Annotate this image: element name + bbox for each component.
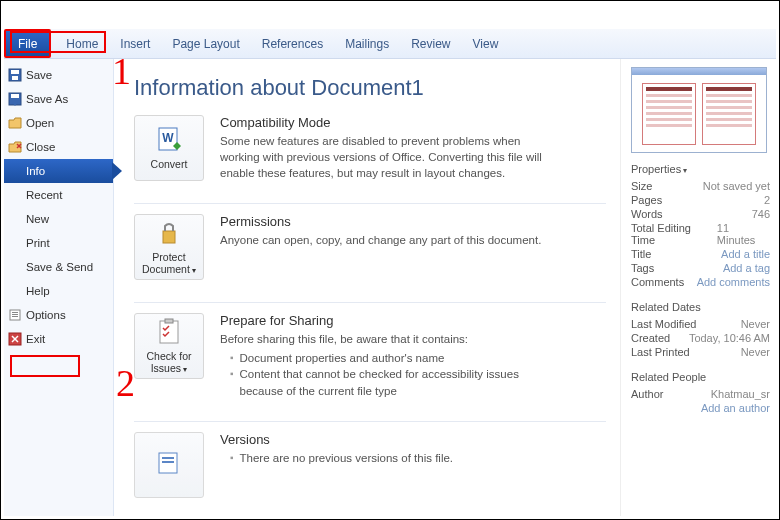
properties-header[interactable]: Properties bbox=[631, 163, 770, 175]
compatibility-body: Some new features are disabled to preven… bbox=[220, 133, 550, 181]
options-icon bbox=[8, 308, 22, 322]
tab-review[interactable]: Review bbox=[400, 29, 461, 58]
section-prepare-sharing: Check for Issues Prepare for Sharing Bef… bbox=[134, 313, 606, 398]
check-for-issues-button[interactable]: Check for Issues bbox=[134, 313, 204, 379]
sidebar-item-exit[interactable]: Exit bbox=[4, 327, 113, 351]
section-permissions: Protect Document Permissions Anyone can … bbox=[134, 214, 606, 280]
exit-icon bbox=[8, 332, 22, 346]
sharing-intro: Before sharing this file, be aware that … bbox=[220, 331, 550, 347]
sidebar-item-open[interactable]: Open bbox=[4, 111, 113, 135]
lock-icon bbox=[155, 219, 183, 247]
author-name: Khatmau_sr bbox=[711, 388, 770, 400]
sidebar-item-save-send[interactable]: Save & Send bbox=[4, 255, 113, 279]
convert-button[interactable]: W Convert bbox=[134, 115, 204, 181]
svg-rect-8 bbox=[12, 312, 18, 313]
save-as-icon bbox=[8, 92, 22, 106]
sidebar-item-info[interactable]: Info bbox=[4, 159, 113, 183]
add-title-link[interactable]: Add a title bbox=[721, 248, 770, 260]
related-people-heading: Related People bbox=[631, 371, 770, 383]
tab-view[interactable]: View bbox=[462, 29, 510, 58]
permissions-body: Anyone can open, copy, and change any pa… bbox=[220, 232, 550, 248]
svg-rect-10 bbox=[12, 316, 18, 317]
checklist-icon bbox=[155, 318, 183, 346]
ribbon: File Home Insert Page Layout References … bbox=[4, 29, 776, 59]
sidebar-item-save[interactable]: Save bbox=[4, 63, 113, 87]
properties-list: SizeNot saved yet Pages2 Words746 Total … bbox=[631, 179, 770, 289]
compatibility-heading: Compatibility Mode bbox=[220, 115, 606, 130]
svg-rect-2 bbox=[12, 76, 18, 80]
sidebar-item-close[interactable]: Close bbox=[4, 135, 113, 159]
save-icon bbox=[8, 68, 22, 82]
sharing-heading: Prepare for Sharing bbox=[220, 313, 606, 328]
sidebar-item-print[interactable]: Print bbox=[4, 231, 113, 255]
sidebar-item-recent[interactable]: Recent bbox=[4, 183, 113, 207]
svg-rect-18 bbox=[165, 319, 173, 323]
sidebar-item-save-as[interactable]: Save As bbox=[4, 87, 113, 111]
sidebar-item-options[interactable]: Options bbox=[4, 303, 113, 327]
page-title: Information about Document1 bbox=[134, 75, 606, 101]
svg-rect-16 bbox=[163, 231, 175, 243]
word-doc-icon: W bbox=[155, 126, 183, 154]
open-icon bbox=[8, 116, 22, 130]
svg-text:W: W bbox=[162, 131, 174, 145]
sharing-li-2: Content that cannot be checked for acces… bbox=[240, 366, 550, 398]
sidebar-item-new[interactable]: New bbox=[4, 207, 113, 231]
add-tag-link[interactable]: Add a tag bbox=[723, 262, 770, 274]
manage-versions-button[interactable] bbox=[134, 432, 204, 498]
tab-references[interactable]: References bbox=[251, 29, 334, 58]
tab-file-label: File bbox=[18, 37, 37, 51]
add-author-link[interactable]: Add an author bbox=[701, 402, 770, 414]
tab-mailings[interactable]: Mailings bbox=[334, 29, 400, 58]
annotation-highlight-options bbox=[10, 355, 80, 377]
svg-rect-4 bbox=[11, 94, 19, 98]
permissions-heading: Permissions bbox=[220, 214, 606, 229]
related-dates-heading: Related Dates bbox=[631, 301, 770, 313]
document-thumbnail[interactable] bbox=[631, 67, 767, 153]
versions-icon bbox=[155, 449, 183, 477]
backstage-sidebar: Save Save As Open Close Info Recent New … bbox=[4, 59, 114, 516]
svg-rect-1 bbox=[11, 70, 19, 74]
tab-insert[interactable]: Insert bbox=[109, 29, 161, 58]
protect-document-button[interactable]: Protect Document bbox=[134, 214, 204, 280]
versions-heading: Versions bbox=[220, 432, 606, 447]
tab-home[interactable]: Home bbox=[55, 29, 109, 58]
section-versions: Versions There are no previous versions … bbox=[134, 432, 606, 498]
section-compatibility: W Convert Compatibility Mode Some new fe… bbox=[134, 115, 606, 181]
svg-rect-20 bbox=[162, 457, 174, 459]
properties-panel: Properties SizeNot saved yet Pages2 Word… bbox=[620, 59, 776, 516]
tab-file[interactable]: File bbox=[4, 29, 51, 58]
sharing-li-1: Document properties and author's name bbox=[240, 350, 445, 366]
sidebar-item-help[interactable]: Help bbox=[4, 279, 113, 303]
versions-body: There are no previous versions of this f… bbox=[240, 450, 454, 466]
close-icon bbox=[8, 140, 22, 154]
svg-rect-9 bbox=[12, 314, 18, 315]
tab-page-layout[interactable]: Page Layout bbox=[161, 29, 250, 58]
info-pane: Information about Document1 W Convert Co… bbox=[114, 59, 620, 516]
svg-rect-21 bbox=[162, 461, 174, 463]
add-comments-link[interactable]: Add comments bbox=[697, 276, 770, 288]
